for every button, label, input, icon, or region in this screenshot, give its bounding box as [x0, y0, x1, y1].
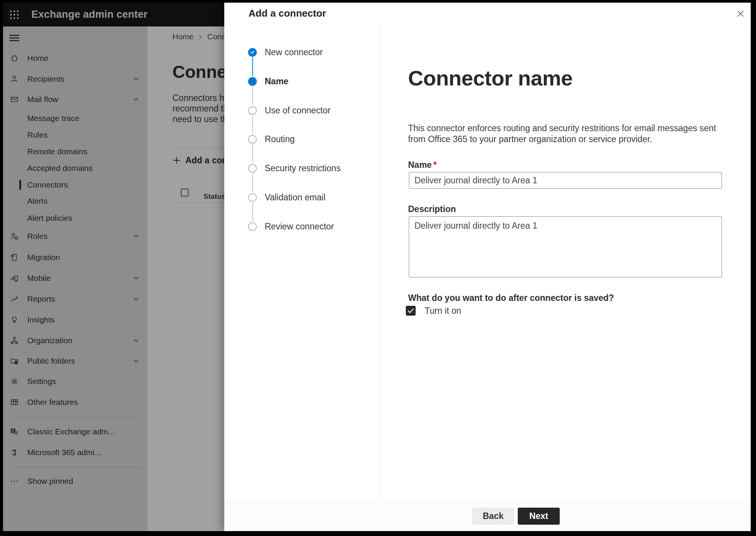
turn-it-on-checkbox[interactable]: [406, 306, 416, 316]
dialog-header: Add a connector: [224, 3, 751, 24]
step-circle-review-connector: [248, 222, 257, 231]
step-label-name[interactable]: Name: [265, 76, 289, 87]
step-circle-new-connector: [248, 48, 257, 57]
step-heading: Connector name: [408, 67, 573, 90]
turn-it-on-label: Turn it on: [425, 306, 461, 316]
after-save-question: What do you want to do after connector i…: [408, 293, 614, 303]
name-input[interactable]: [409, 172, 722, 189]
step-connector-line: [252, 144, 253, 163]
name-field-label: Name*: [408, 160, 437, 170]
required-asterisk: *: [433, 160, 437, 170]
step-label-validation-email[interactable]: Validation email: [265, 192, 326, 203]
back-button[interactable]: Back: [472, 508, 514, 525]
step-label-security-restrictions[interactable]: Security restrictions: [265, 163, 341, 174]
step-circle-routing: [248, 135, 257, 144]
step-label-review-connector[interactable]: Review connector: [265, 221, 334, 232]
step-label-routing[interactable]: Routing: [265, 134, 295, 144]
step-circle-name: [248, 77, 257, 86]
add-connector-dialog: Add a connector New connectorNameUse of …: [224, 3, 751, 531]
step-connector-line: [252, 116, 253, 134]
dialog-footer: Back Next: [224, 500, 751, 531]
turn-it-on-row: Turn it on: [406, 305, 461, 316]
close-icon[interactable]: [735, 8, 746, 19]
step-connector-line: [252, 57, 253, 76]
wizard-stepper: New connectorNameUse of connectorRouting…: [224, 24, 380, 500]
step-circle-use-of-connector: [248, 106, 257, 115]
check-icon: [250, 50, 255, 55]
description-textarea[interactable]: Deliver journal directly to Area 1: [409, 216, 722, 277]
step-circle-validation-email: [248, 193, 257, 202]
description-field-label: Description: [408, 204, 456, 214]
app-window: Exchange admin center HomeRecipientsMail…: [3, 3, 751, 531]
dialog-title: Add a connector: [248, 3, 751, 24]
step-connector-line: [252, 203, 253, 221]
step-label-use-of-connector[interactable]: Use of connector: [265, 105, 331, 116]
step-label-new-connector[interactable]: New connector: [265, 47, 323, 57]
step-connector-line: [252, 87, 253, 105]
step-description: This connector enforces routing and secu…: [408, 123, 730, 145]
step-connector-line: [252, 174, 253, 192]
next-button[interactable]: Next: [518, 508, 560, 525]
step-circle-security-restrictions: [248, 164, 257, 173]
dialog-content: Connector name This connector enforces r…: [380, 24, 751, 500]
